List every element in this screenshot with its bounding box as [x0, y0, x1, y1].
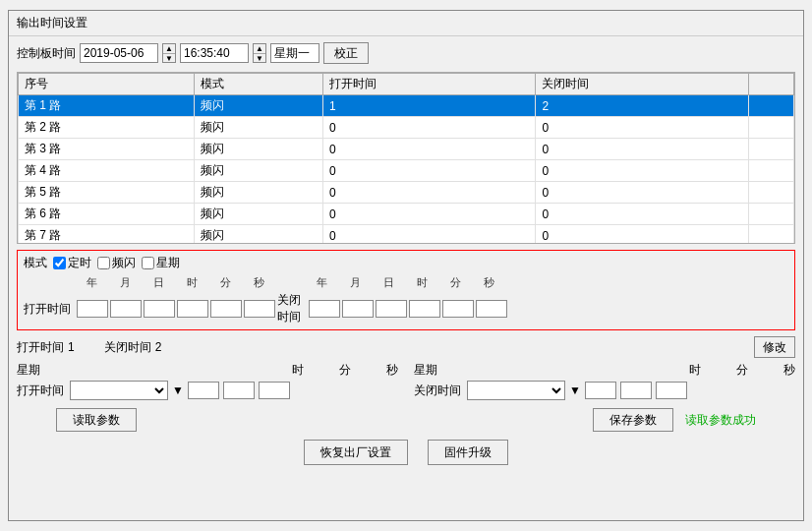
close-day[interactable] — [376, 300, 407, 318]
dropdown-arrow-open: ▼ — [172, 384, 184, 397]
unit-sec2: 秒 — [473, 275, 504, 290]
cell-close: 0 — [536, 117, 748, 139]
open-day[interactable] — [144, 300, 175, 318]
weekday-label-open: 星期 — [17, 362, 66, 379]
cell-id: 第 1 路 — [19, 95, 195, 117]
table-container: 序号 模式 打开时间 关闭时间 第 1 路 频闪 1 2 第 2 路 频闪 0 … — [17, 72, 795, 244]
dropdown-arrow-close: ▼ — [569, 384, 581, 397]
open-year[interactable] — [77, 300, 108, 318]
cell-close: 0 — [536, 225, 748, 245]
weekday-label-close: 星期 — [414, 362, 463, 379]
cell-extra — [748, 117, 793, 139]
cell-close: 0 — [536, 182, 748, 204]
open-sec[interactable] — [244, 300, 275, 318]
hour-label-open: 时 — [292, 362, 304, 379]
min-label-open: 分 — [339, 362, 351, 379]
open-weekday-select[interactable] — [70, 381, 168, 400]
table-row[interactable]: 第 6 路 频闪 0 0 — [19, 204, 794, 225]
read-params-button[interactable]: 读取参数 — [56, 408, 137, 432]
cell-close: 0 — [536, 160, 748, 182]
open-min[interactable] — [210, 300, 242, 318]
cell-id: 第 2 路 — [19, 117, 195, 139]
cell-open: 1 — [322, 95, 535, 117]
cell-open: 0 — [322, 225, 535, 245]
open-hour[interactable] — [177, 300, 208, 318]
close-weekly-section: 星期 时 分 秒 关闭时间 ▼ — [414, 362, 795, 400]
footer-buttons: 恢复出厂设置 固件升级 — [17, 440, 795, 465]
close-min[interactable] — [442, 300, 474, 318]
close-month[interactable] — [342, 300, 374, 318]
cell-open: 0 — [322, 182, 535, 204]
open-weekly-min[interactable] — [223, 382, 255, 399]
open-weekly-hour[interactable] — [188, 382, 219, 399]
action-buttons-row: 读取参数 保存参数 读取参数成功 — [17, 408, 795, 432]
col-header-mode: 模式 — [194, 74, 322, 95]
save-params-button[interactable]: 保存参数 — [593, 408, 673, 432]
close-hour[interactable] — [409, 300, 440, 318]
close-time-label3: 关闭时间 — [104, 339, 151, 356]
cell-id: 第 6 路 — [19, 204, 195, 225]
table-row[interactable]: 第 3 路 频闪 0 0 — [19, 139, 794, 160]
cell-open: 0 — [322, 204, 535, 225]
firmware-upgrade-button[interactable]: 固件升级 — [428, 440, 508, 465]
close-weekly-hour[interactable] — [585, 382, 616, 399]
restore-factory-button[interactable]: 恢复出厂设置 — [304, 440, 408, 465]
sec-label-close: 秒 — [783, 362, 795, 379]
table-row[interactable]: 第 7 路 频闪 0 0 — [19, 225, 794, 245]
close-weekly-min[interactable] — [620, 382, 652, 399]
unit-hour1: 时 — [176, 275, 207, 290]
close-weekly-sec[interactable] — [656, 382, 687, 399]
control-time-label: 控制板时间 — [17, 45, 76, 62]
sec-label-open: 秒 — [386, 362, 398, 379]
unit-month2: 月 — [339, 275, 371, 290]
open-time-row-label: 打开时间 — [17, 383, 66, 399]
unit-day2: 日 — [373, 275, 404, 290]
open-close-values-row: 打开时间 1 关闭时间 2 修改 — [17, 336, 795, 358]
open-weekly-sec[interactable] — [259, 382, 290, 399]
open-time-value: 1 — [68, 340, 75, 354]
cell-mode: 频闪 — [194, 117, 322, 139]
cell-id: 第 5 路 — [19, 182, 195, 204]
table-row[interactable]: 第 2 路 频闪 0 0 — [19, 117, 794, 139]
mode-row: 模式 定时 频闪 星期 — [24, 255, 788, 271]
table-row[interactable]: 第 1 路 频闪 1 2 — [19, 95, 794, 117]
checkbox-xingqi[interactable] — [142, 257, 154, 269]
cell-mode: 频闪 — [194, 139, 322, 160]
close-weekday-select[interactable] — [467, 381, 565, 400]
calibrate-button[interactable]: 校正 — [323, 42, 369, 64]
cell-extra — [748, 204, 793, 225]
cell-mode: 频闪 — [194, 204, 322, 225]
time-spin[interactable]: ▲▼ — [253, 43, 266, 63]
open-month[interactable] — [110, 300, 142, 318]
mode-label: 模式 — [24, 255, 47, 271]
unit-sec1: 秒 — [243, 275, 274, 290]
cell-id: 第 3 路 — [19, 139, 195, 160]
col-header-close: 关闭时间 — [536, 74, 748, 95]
date-spin[interactable]: ▲▼ — [162, 43, 176, 63]
checkbox-dingshi[interactable] — [53, 257, 66, 269]
cell-mode: 频闪 — [194, 182, 322, 204]
cell-close: 0 — [536, 204, 748, 225]
checkbox-pinshan[interactable] — [97, 257, 110, 269]
col-header-extra — [748, 74, 793, 95]
close-sec[interactable] — [476, 300, 507, 318]
date-input[interactable] — [80, 43, 158, 63]
time-input[interactable] — [180, 43, 249, 63]
table-row[interactable]: 第 5 路 频闪 0 0 — [19, 182, 794, 204]
close-year[interactable] — [309, 300, 340, 318]
data-table: 序号 模式 打开时间 关闭时间 第 1 路 频闪 1 2 第 2 路 频闪 0 … — [18, 73, 794, 244]
table-row[interactable]: 第 4 路 频闪 0 0 — [19, 160, 794, 182]
cell-id: 第 4 路 — [19, 160, 195, 182]
close-time-label2: 关闭时间 — [277, 292, 307, 325]
col-header-id: 序号 — [19, 74, 195, 95]
cell-id: 第 7 路 — [19, 225, 195, 245]
modify-button[interactable]: 修改 — [754, 336, 795, 358]
cell-close: 0 — [536, 139, 748, 160]
close-time-value: 2 — [155, 340, 162, 354]
unit-day1: 日 — [143, 275, 174, 290]
success-text: 读取参数成功 — [685, 412, 756, 429]
unit-month1: 月 — [109, 275, 141, 290]
unit-year2: 年 — [306, 275, 337, 290]
open-time-label2: 打开时间 — [24, 301, 75, 318]
weekday-input[interactable] — [270, 43, 319, 63]
